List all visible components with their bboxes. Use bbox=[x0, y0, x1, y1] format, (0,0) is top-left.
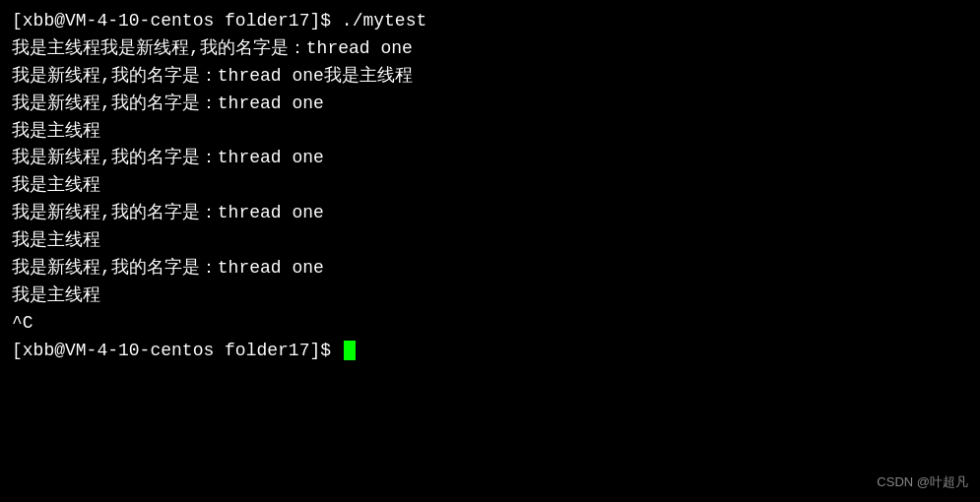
terminal-line: 我是主线程 bbox=[12, 227, 968, 255]
terminal-line: 我是新线程,我的名字是：thread one我是主线程 bbox=[12, 63, 968, 91]
terminal-line: 我是新线程,我的名字是：thread one bbox=[12, 255, 968, 282]
terminal-window: [xbb@VM-4-10-centos folder17]$ ./mytest我… bbox=[0, 0, 980, 502]
terminal-cursor bbox=[344, 341, 356, 360]
terminal-line: 我是主线程 bbox=[12, 282, 968, 310]
terminal-line: [xbb@VM-4-10-centos folder17]$ ./mytest bbox=[12, 8, 968, 35]
terminal-line: 我是主线程 bbox=[12, 118, 968, 146]
terminal-output: [xbb@VM-4-10-centos folder17]$ ./mytest我… bbox=[12, 8, 968, 365]
terminal-line: 我是主线程我是新线程,我的名字是：thread one bbox=[12, 35, 968, 63]
terminal-line: [xbb@VM-4-10-centos folder17]$ bbox=[12, 338, 968, 365]
terminal-line: 我是主线程 bbox=[12, 172, 968, 200]
terminal-line: 我是新线程,我的名字是：thread one bbox=[12, 145, 968, 172]
terminal-line: 我是新线程,我的名字是：thread one bbox=[12, 91, 968, 118]
watermark: CSDN @叶超凡 bbox=[877, 472, 968, 492]
terminal-line: ^C bbox=[12, 310, 968, 338]
terminal-line: 我是新线程,我的名字是：thread one bbox=[12, 200, 968, 227]
